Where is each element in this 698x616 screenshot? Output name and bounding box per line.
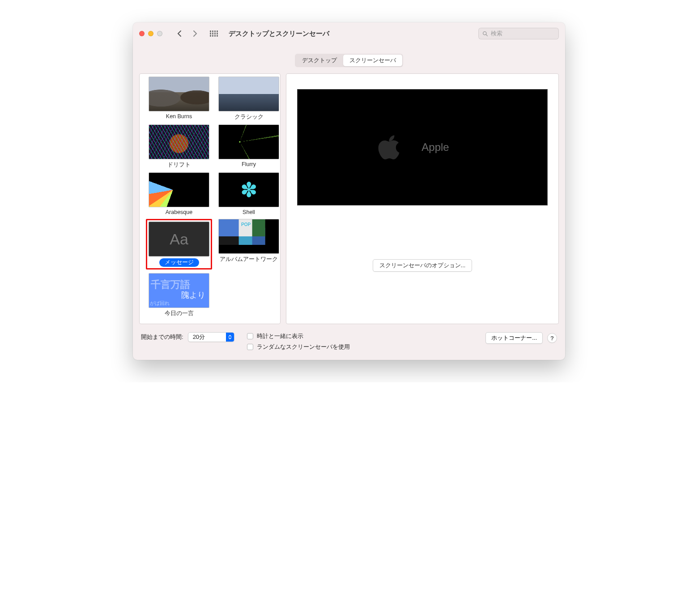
window-title: デスクトップとスクリーンセーバ [229, 30, 473, 38]
thumbnail-quote: 千言万語 隗より がば回れ [149, 273, 209, 308]
close-window-button[interactable] [139, 31, 145, 36]
thumbnail-flurry [218, 124, 279, 159]
preview-panel: Apple スクリーンセーバのオプション... [286, 73, 559, 324]
search-icon [482, 31, 488, 37]
titlebar: デスクトップとスクリーンセーバ 検索 [133, 22, 565, 45]
hot-corners-button[interactable]: ホットコーナー... [485, 332, 543, 344]
screensaver-item-drift[interactable]: ドリフト [146, 124, 212, 169]
footer-right: ホットコーナー... ? [485, 332, 557, 344]
thumbnail-ken-burns [149, 77, 209, 111]
minimize-window-button[interactable] [148, 31, 153, 36]
start-time-select[interactable]: 20分 [188, 332, 234, 342]
screensaver-item-shell[interactable]: Shell [218, 172, 279, 215]
screensaver-item-classic[interactable]: クラシック [218, 77, 279, 121]
screensaver-item-quote[interactable]: 千言万語 隗より がば回れ 今日の一言 [146, 273, 212, 317]
apple-logo-icon [377, 132, 402, 163]
start-time-control: 開始までの時間: 20分 [141, 332, 234, 342]
start-time-value: 20分 [188, 333, 226, 341]
screensaver-item-album[interactable]: アルバムアートワーク [218, 219, 279, 270]
tab-screensaver[interactable]: スクリーンセーバ [343, 55, 402, 66]
screensaver-item-ken-burns[interactable]: Ken Burns [146, 77, 212, 121]
screensaver-label-selected: メッセージ [159, 258, 199, 267]
tab-desktop[interactable]: デスクトップ [296, 55, 343, 66]
random-screensaver-checkbox[interactable]: ランダムなスクリーンセーバを使用 [247, 343, 350, 351]
grid-icon [210, 30, 218, 37]
show-all-button[interactable] [209, 29, 219, 38]
checkbox-icon [247, 344, 253, 350]
chevron-left-icon [177, 30, 182, 37]
checkbox-group: 時計と一緒に表示 ランダムなスクリーンセーバを使用 [247, 332, 350, 351]
screensaver-item-message[interactable]: メッセージ [146, 219, 212, 270]
thumbnail-album [218, 219, 279, 254]
screensaver-preview[interactable]: Apple [297, 89, 548, 205]
segmented-control: デスクトップ スクリーンセーバ [295, 54, 403, 67]
show-clock-checkbox[interactable]: 時計と一緒に表示 [247, 332, 350, 340]
screensaver-list[interactable]: Ken Burns クラシック ドリフト Flurry Arabesque [139, 73, 281, 324]
footer-bar: 開始までの時間: 20分 時計と一緒に表示 ランダムなスクリーンセーバを使用 ホ… [133, 329, 565, 360]
chevron-right-icon [193, 30, 198, 37]
svg-line-1 [486, 34, 487, 36]
thumbnail-message [149, 222, 209, 257]
screensaver-item-flurry[interactable]: Flurry [218, 124, 279, 169]
checkbox-label: ランダムなスクリーンセーバを使用 [257, 343, 350, 351]
screensaver-label: Shell [243, 209, 255, 215]
select-stepper-icon [226, 333, 234, 342]
search-field[interactable]: 検索 [478, 28, 559, 39]
nav-controls [174, 29, 219, 38]
thumbnail-arabesque [149, 172, 209, 207]
help-button[interactable]: ? [547, 333, 557, 343]
screensaver-label: Ken Burns [166, 113, 192, 120]
tab-bar: デスクトップ スクリーンセーバ [133, 45, 565, 73]
checkbox-icon [247, 333, 253, 339]
preferences-window: デスクトップとスクリーンセーバ 検索 デスクトップ スクリーンセーバ Ken B… [133, 22, 565, 360]
checkbox-label: 時計と一緒に表示 [257, 332, 303, 340]
start-time-label: 開始までの時間: [141, 333, 183, 341]
window-controls [139, 31, 162, 36]
thumbnail-classic [218, 77, 279, 111]
quote-text: 隗より [181, 290, 205, 300]
screensaver-options-button[interactable]: スクリーンセーバのオプション... [373, 259, 472, 272]
preview-text: Apple [421, 141, 449, 154]
thumbnail-shell [218, 172, 279, 207]
thumbnail-drift [149, 124, 209, 159]
nav-back-button[interactable] [174, 29, 184, 38]
screensaver-label: ドリフト [167, 161, 191, 169]
screensaver-label: クラシック [234, 113, 264, 121]
content-area: Ken Burns クラシック ドリフト Flurry Arabesque [133, 73, 565, 329]
screensaver-label: Flurry [242, 161, 256, 167]
screensaver-item-arabesque[interactable]: Arabesque [146, 172, 212, 215]
screensaver-label: 今日の一言 [165, 310, 194, 317]
zoom-window-button [157, 31, 162, 36]
quote-text: がば回れ [150, 300, 170, 307]
search-placeholder: 検索 [491, 30, 502, 38]
nav-forward-button [190, 29, 200, 38]
screensaver-label: Arabesque [166, 209, 192, 215]
screensaver-label: アルバムアートワーク [220, 256, 278, 263]
